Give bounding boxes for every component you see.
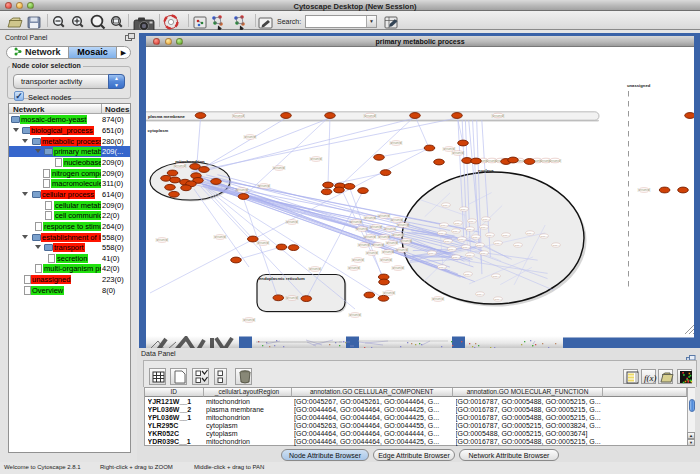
svg-text:[unnamed]: [unnamed] (257, 241, 270, 245)
svg-text:[unn..]: [unn..] (481, 252, 488, 255)
svg-text:[unnamed]: [unnamed] (390, 141, 403, 145)
svg-text:[unn..]: [unn..] (429, 252, 436, 255)
svg-text:[unn..]: [unn..] (493, 275, 500, 278)
svg-text:cytoplasm: cytoplasm (148, 128, 169, 133)
svg-text:[unnamed]: [unnamed] (638, 188, 651, 192)
svg-text:[unn..]: [unn..] (463, 246, 470, 249)
svg-text:[unn..]: [unn..] (465, 273, 472, 276)
svg-text:[unnamed]: [unnamed] (452, 151, 465, 155)
svg-text:[unn..]: [unn..] (515, 244, 522, 247)
svg-text:[unn..]: [unn..] (453, 230, 460, 233)
svg-text:[unnamed]: [unnamed] (174, 164, 187, 168)
svg-text:[unnamed]: [unnamed] (384, 227, 397, 231)
svg-text:[unn..]: [unn..] (443, 204, 450, 207)
svg-text:unassigned: unassigned (627, 83, 651, 88)
svg-text:[unn..]: [unn..] (439, 266, 446, 269)
svg-text:[unnamed]: [unnamed] (356, 227, 369, 231)
svg-text:[unnamed]: [unnamed] (378, 235, 391, 239)
svg-text:[unnamed]: [unnamed] (364, 114, 377, 118)
svg-text:[unnamed]: [unnamed] (380, 258, 393, 262)
svg-text:[unn..]: [unn..] (495, 298, 502, 301)
svg-text:[unn..]: [unn..] (445, 240, 452, 243)
svg-text:[unnamed]: [unnamed] (392, 233, 405, 237)
svg-text:[unn..]: [unn..] (495, 242, 502, 245)
svg-text:nucleus: nucleus (478, 168, 494, 173)
svg-text:[unn..]: [unn..] (441, 224, 448, 227)
svg-text:[unnamed]: [unnamed] (244, 135, 257, 139)
svg-text:[unn..]: [unn..] (467, 254, 474, 257)
svg-text:[unn..]: [unn..] (481, 226, 488, 229)
svg-text:[unn..]: [unn..] (477, 244, 484, 247)
svg-text:[unn..]: [unn..] (503, 234, 510, 237)
svg-text:f(x): f(x) (644, 373, 657, 383)
svg-text:[unnamed]: [unnamed] (236, 188, 249, 192)
svg-text:endoplasmic reticulum: endoplasmic reticulum (259, 276, 305, 281)
svg-text:[unnamed]: [unnamed] (310, 157, 323, 161)
svg-text:[unnamed]: [unnamed] (364, 216, 377, 220)
svg-text:[unn..]: [unn..] (439, 232, 446, 235)
svg-text:[unnamed]: [unnamed] (350, 220, 363, 224)
svg-text:[unnamed]: [unnamed] (286, 296, 299, 300)
svg-text:[unn..]: [unn..] (473, 236, 480, 239)
svg-text:[unn..]: [unn..] (467, 228, 474, 231)
svg-text:[unnamed]: [unnamed] (273, 166, 286, 170)
svg-text:[unn..]: [unn..] (487, 234, 494, 237)
svg-text:[unnamed]: [unnamed] (443, 147, 456, 151)
svg-text:[unn..]: [unn..] (453, 256, 460, 259)
svg-text:[unnamed]: [unnamed] (358, 243, 371, 247)
svg-text:[unn..]: [unn..] (541, 235, 548, 238)
svg-text:[unnamed]: [unnamed] (243, 318, 256, 322)
svg-text:[unnamed]: [unnamed] (383, 291, 396, 295)
svg-text:[unn..]: [unn..] (477, 293, 484, 296)
svg-text:[unn..]: [unn..] (459, 238, 466, 241)
svg-text:plasma membrane: plasma membrane (148, 114, 185, 119)
svg-text:[unnamed]: [unnamed] (391, 218, 404, 222)
svg-text:[unn..]: [unn..] (469, 220, 476, 223)
svg-text:[unnamed]: [unnamed] (214, 235, 227, 239)
svg-text:[unnamed]: [unnamed] (492, 114, 505, 118)
svg-text:[unnamed]: [unnamed] (378, 214, 391, 218)
svg-text:[unnamed]: [unnamed] (396, 248, 409, 252)
svg-text:[unn..]: [unn..] (483, 218, 490, 221)
svg-text:[unnamed]: [unnamed] (349, 313, 362, 317)
svg-text:[unnamed]: [unnamed] (366, 251, 379, 255)
svg-text:[unnamed]: [unnamed] (364, 235, 377, 239)
svg-text:[unnamed]: [unnamed] (386, 241, 399, 245)
svg-text:[unnamed]: [unnamed] (400, 239, 413, 243)
svg-text:[unn..]: [unn..] (461, 208, 468, 211)
svg-text:mitochondrion: mitochondrion (175, 159, 205, 164)
svg-text:[unnamed]: [unnamed] (352, 258, 365, 262)
svg-text:[unnamed]: [unnamed] (309, 267, 322, 271)
svg-text:[unnamed]: [unnamed] (372, 243, 385, 247)
svg-text:[unn..]: [unn..] (455, 222, 462, 225)
svg-text:[unn..]: [unn..] (449, 248, 456, 251)
svg-text:[unn..]: [unn..] (527, 232, 534, 235)
svg-text:[unnamed]: [unnamed] (549, 159, 562, 163)
svg-text:[unnamed]: [unnamed] (370, 225, 383, 229)
svg-text:[unnamed]: [unnamed] (156, 238, 169, 242)
svg-text:[unnamed]: [unnamed] (432, 297, 445, 301)
svg-text:[unnamed]: [unnamed] (286, 220, 299, 224)
svg-text:[unnamed]: [unnamed] (397, 223, 410, 227)
svg-text:[unnamed]: [unnamed] (258, 184, 271, 188)
svg-text:[unn..]: [unn..] (553, 244, 560, 247)
svg-text:[unnamed]: [unnamed] (382, 250, 395, 254)
svg-text:[unnamed]: [unnamed] (232, 114, 245, 118)
svg-text:[unnamed]: [unnamed] (348, 266, 361, 270)
svg-text:[unnamed]: [unnamed] (392, 266, 405, 270)
